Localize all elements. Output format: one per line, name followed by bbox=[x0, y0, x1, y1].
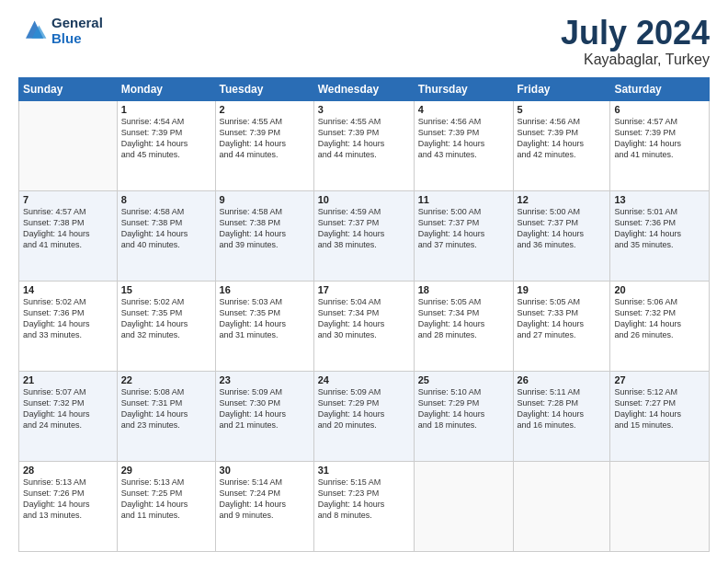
logo-text: General Blue bbox=[51, 15, 103, 47]
header-cell-wednesday: Wednesday bbox=[313, 77, 414, 100]
day-number: 2 bbox=[220, 104, 310, 115]
day-cell: 21Sunrise: 5:07 AM Sunset: 7:32 PM Dayli… bbox=[19, 371, 118, 461]
calendar-table: SundayMondayTuesdayWednesdayThursdayFrid… bbox=[18, 77, 710, 552]
day-cell: 30Sunrise: 5:14 AM Sunset: 7:24 PM Dayli… bbox=[215, 461, 313, 551]
day-number: 24 bbox=[318, 374, 410, 385]
day-number: 4 bbox=[418, 104, 509, 115]
day-info: Sunrise: 5:02 AM Sunset: 7:36 PM Dayligh… bbox=[23, 296, 113, 341]
day-info: Sunrise: 5:14 AM Sunset: 7:24 PM Dayligh… bbox=[220, 477, 310, 522]
day-number: 20 bbox=[614, 284, 705, 295]
day-number: 10 bbox=[318, 194, 410, 205]
week-row-4: 21Sunrise: 5:07 AM Sunset: 7:32 PM Dayli… bbox=[19, 371, 710, 461]
day-number: 15 bbox=[121, 284, 211, 295]
day-number: 18 bbox=[418, 284, 509, 295]
day-cell: 26Sunrise: 5:11 AM Sunset: 7:28 PM Dayli… bbox=[513, 371, 610, 461]
day-info: Sunrise: 4:55 AM Sunset: 7:39 PM Dayligh… bbox=[318, 116, 410, 161]
day-info: Sunrise: 4:54 AM Sunset: 7:39 PM Dayligh… bbox=[121, 116, 211, 161]
day-info: Sunrise: 4:57 AM Sunset: 7:39 PM Dayligh… bbox=[614, 116, 705, 161]
week-row-3: 14Sunrise: 5:02 AM Sunset: 7:36 PM Dayli… bbox=[19, 281, 710, 371]
day-number: 23 bbox=[220, 374, 310, 385]
day-cell: 17Sunrise: 5:04 AM Sunset: 7:34 PM Dayli… bbox=[313, 281, 414, 371]
day-number: 27 bbox=[614, 374, 705, 385]
day-number: 1 bbox=[121, 104, 211, 115]
day-info: Sunrise: 5:06 AM Sunset: 7:32 PM Dayligh… bbox=[614, 296, 705, 341]
day-info: Sunrise: 5:01 AM Sunset: 7:36 PM Dayligh… bbox=[614, 206, 705, 251]
day-cell: 16Sunrise: 5:03 AM Sunset: 7:35 PM Dayli… bbox=[215, 281, 313, 371]
day-number: 22 bbox=[121, 374, 211, 385]
day-number: 3 bbox=[318, 104, 410, 115]
header-cell-friday: Friday bbox=[513, 77, 610, 100]
day-cell: 9Sunrise: 4:58 AM Sunset: 7:38 PM Daylig… bbox=[215, 190, 313, 281]
day-info: Sunrise: 5:05 AM Sunset: 7:34 PM Dayligh… bbox=[418, 296, 509, 341]
day-number: 29 bbox=[121, 465, 211, 476]
day-cell: 18Sunrise: 5:05 AM Sunset: 7:34 PM Dayli… bbox=[414, 281, 513, 371]
day-info: Sunrise: 4:58 AM Sunset: 7:38 PM Dayligh… bbox=[121, 206, 211, 251]
day-number: 21 bbox=[23, 374, 113, 385]
header: General Blue July 2024 Kayabaglar, Turke… bbox=[18, 15, 710, 68]
logo: General Blue bbox=[18, 15, 103, 47]
day-cell: 13Sunrise: 5:01 AM Sunset: 7:36 PM Dayli… bbox=[610, 190, 710, 281]
day-info: Sunrise: 4:59 AM Sunset: 7:37 PM Dayligh… bbox=[318, 206, 410, 251]
week-row-1: 1Sunrise: 4:54 AM Sunset: 7:39 PM Daylig… bbox=[19, 100, 710, 190]
day-info: Sunrise: 5:04 AM Sunset: 7:34 PM Dayligh… bbox=[318, 296, 410, 341]
day-number: 12 bbox=[518, 194, 607, 205]
logo-icon bbox=[18, 17, 48, 43]
day-cell: 27Sunrise: 5:12 AM Sunset: 7:27 PM Dayli… bbox=[610, 371, 710, 461]
main-title: July 2024 bbox=[561, 15, 710, 52]
day-cell: 4Sunrise: 4:56 AM Sunset: 7:39 PM Daylig… bbox=[414, 100, 513, 190]
day-info: Sunrise: 4:58 AM Sunset: 7:38 PM Dayligh… bbox=[220, 206, 310, 251]
calendar-body: 1Sunrise: 4:54 AM Sunset: 7:39 PM Daylig… bbox=[19, 100, 710, 551]
title-block: July 2024 Kayabaglar, Turkey bbox=[561, 15, 710, 68]
day-number: 11 bbox=[418, 194, 509, 205]
day-number: 30 bbox=[220, 465, 310, 476]
day-cell bbox=[610, 461, 710, 551]
header-row: SundayMondayTuesdayWednesdayThursdayFrid… bbox=[19, 77, 710, 100]
day-cell: 22Sunrise: 5:08 AM Sunset: 7:31 PM Dayli… bbox=[117, 371, 215, 461]
day-cell: 10Sunrise: 4:59 AM Sunset: 7:37 PM Dayli… bbox=[313, 190, 414, 281]
day-cell: 2Sunrise: 4:55 AM Sunset: 7:39 PM Daylig… bbox=[215, 100, 313, 190]
day-number: 9 bbox=[220, 194, 310, 205]
day-number: 31 bbox=[318, 465, 410, 476]
day-number: 25 bbox=[418, 374, 509, 385]
day-cell: 24Sunrise: 5:09 AM Sunset: 7:29 PM Dayli… bbox=[313, 371, 414, 461]
day-cell bbox=[414, 461, 513, 551]
day-info: Sunrise: 5:00 AM Sunset: 7:37 PM Dayligh… bbox=[418, 206, 509, 251]
day-info: Sunrise: 5:13 AM Sunset: 7:26 PM Dayligh… bbox=[23, 477, 113, 522]
day-info: Sunrise: 5:09 AM Sunset: 7:30 PM Dayligh… bbox=[220, 386, 310, 431]
day-cell: 3Sunrise: 4:55 AM Sunset: 7:39 PM Daylig… bbox=[313, 100, 414, 190]
day-cell: 7Sunrise: 4:57 AM Sunset: 7:38 PM Daylig… bbox=[19, 190, 118, 281]
header-cell-monday: Monday bbox=[117, 77, 215, 100]
day-number: 6 bbox=[614, 104, 705, 115]
day-cell: 28Sunrise: 5:13 AM Sunset: 7:26 PM Dayli… bbox=[19, 461, 118, 551]
day-cell: 12Sunrise: 5:00 AM Sunset: 7:37 PM Dayli… bbox=[513, 190, 610, 281]
day-info: Sunrise: 4:57 AM Sunset: 7:38 PM Dayligh… bbox=[23, 206, 113, 251]
day-info: Sunrise: 5:05 AM Sunset: 7:33 PM Dayligh… bbox=[518, 296, 607, 341]
day-cell: 5Sunrise: 4:56 AM Sunset: 7:39 PM Daylig… bbox=[513, 100, 610, 190]
day-number: 14 bbox=[23, 284, 113, 295]
day-number: 26 bbox=[518, 374, 607, 385]
day-info: Sunrise: 5:13 AM Sunset: 7:25 PM Dayligh… bbox=[121, 477, 211, 522]
day-info: Sunrise: 4:56 AM Sunset: 7:39 PM Dayligh… bbox=[418, 116, 509, 161]
day-number: 16 bbox=[220, 284, 310, 295]
day-cell: 29Sunrise: 5:13 AM Sunset: 7:25 PM Dayli… bbox=[117, 461, 215, 551]
day-number: 13 bbox=[614, 194, 705, 205]
week-row-2: 7Sunrise: 4:57 AM Sunset: 7:38 PM Daylig… bbox=[19, 190, 710, 281]
page: General Blue July 2024 Kayabaglar, Turke… bbox=[0, 0, 728, 563]
day-info: Sunrise: 5:10 AM Sunset: 7:29 PM Dayligh… bbox=[418, 386, 509, 431]
day-info: Sunrise: 5:08 AM Sunset: 7:31 PM Dayligh… bbox=[121, 386, 211, 431]
day-cell: 8Sunrise: 4:58 AM Sunset: 7:38 PM Daylig… bbox=[117, 190, 215, 281]
day-number: 5 bbox=[518, 104, 607, 115]
day-info: Sunrise: 5:00 AM Sunset: 7:37 PM Dayligh… bbox=[518, 206, 607, 251]
day-info: Sunrise: 5:03 AM Sunset: 7:35 PM Dayligh… bbox=[220, 296, 310, 341]
day-number: 28 bbox=[23, 465, 113, 476]
day-cell: 15Sunrise: 5:02 AM Sunset: 7:35 PM Dayli… bbox=[117, 281, 215, 371]
day-info: Sunrise: 5:12 AM Sunset: 7:27 PM Dayligh… bbox=[614, 386, 705, 431]
day-cell: 19Sunrise: 5:05 AM Sunset: 7:33 PM Dayli… bbox=[513, 281, 610, 371]
day-cell: 1Sunrise: 4:54 AM Sunset: 7:39 PM Daylig… bbox=[117, 100, 215, 190]
day-cell: 14Sunrise: 5:02 AM Sunset: 7:36 PM Dayli… bbox=[19, 281, 118, 371]
day-number: 19 bbox=[518, 284, 607, 295]
subtitle: Kayabaglar, Turkey bbox=[561, 52, 710, 68]
header-cell-thursday: Thursday bbox=[414, 77, 513, 100]
day-number: 17 bbox=[318, 284, 410, 295]
day-info: Sunrise: 5:02 AM Sunset: 7:35 PM Dayligh… bbox=[121, 296, 211, 341]
